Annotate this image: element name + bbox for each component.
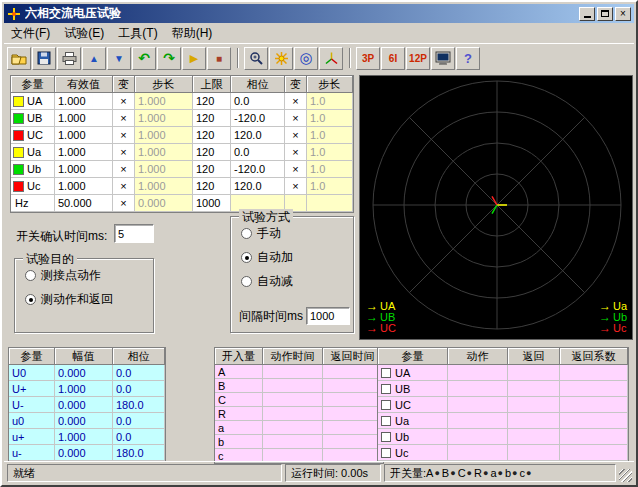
target-icon: ◎ bbox=[299, 49, 312, 67]
sun-icon bbox=[274, 51, 289, 66]
interval-label: 间隔时间ms bbox=[239, 308, 303, 325]
maximize-button[interactable] bbox=[597, 7, 613, 21]
step-cell: 1.0 bbox=[307, 93, 353, 110]
main-table: 参量 有效值 变 步长 上限 相位 变 步长 UA 1.000 × 1.000 … bbox=[10, 75, 354, 213]
open-button[interactable] bbox=[7, 47, 31, 70]
limit-cell[interactable]: 120 bbox=[193, 110, 231, 127]
start-button[interactable]: ▶ bbox=[182, 47, 206, 70]
phase-cell[interactable]: 0.0 bbox=[231, 144, 285, 161]
din-row-A: A bbox=[215, 365, 383, 379]
value-cell[interactable]: 1.000 bbox=[55, 127, 113, 144]
checkbox[interactable] bbox=[381, 432, 391, 442]
checkbox[interactable] bbox=[381, 448, 391, 458]
var-toggle[interactable]: × bbox=[113, 110, 135, 127]
step-up-button[interactable]: ▲ bbox=[82, 47, 106, 70]
display-button[interactable] bbox=[431, 47, 455, 70]
value-cell[interactable]: 1.000 bbox=[55, 178, 113, 195]
resize-grip[interactable] bbox=[619, 469, 632, 482]
var-toggle[interactable]: × bbox=[285, 161, 307, 178]
zoom-button[interactable] bbox=[244, 47, 268, 70]
save-button[interactable] bbox=[32, 47, 56, 70]
phase-cell[interactable]: 120.0 bbox=[231, 127, 285, 144]
menu-file[interactable]: 文件(F) bbox=[4, 24, 57, 43]
vector-arrow-icon: → bbox=[366, 323, 378, 334]
value-cell[interactable]: 1.000 bbox=[55, 93, 113, 110]
col-step1: 步长 bbox=[135, 76, 193, 93]
col-var2: 变 bbox=[285, 76, 307, 93]
act-row-UB: UB bbox=[378, 381, 628, 397]
var-toggle[interactable]: × bbox=[285, 110, 307, 127]
value-cell[interactable]: 1.000 bbox=[55, 110, 113, 127]
checkbox[interactable] bbox=[381, 416, 391, 426]
phase-cell[interactable]: 120.0 bbox=[231, 178, 285, 195]
radio-auto-increase[interactable]: 自动加 bbox=[241, 250, 353, 265]
ratio-cell bbox=[560, 413, 628, 429]
seq-row-U0: U00.0000.0 bbox=[9, 365, 165, 381]
value-cell[interactable]: 50.000 bbox=[55, 195, 113, 212]
switches-label: 开关量: bbox=[390, 466, 426, 481]
var-toggle[interactable]: × bbox=[113, 127, 135, 144]
radio-label: 自动减 bbox=[257, 273, 293, 290]
return-cell bbox=[508, 397, 560, 413]
print-button[interactable] bbox=[57, 47, 81, 70]
var-toggle[interactable]: × bbox=[113, 93, 135, 110]
toolbar: ▲ ▼ ↶ ↷ ▶ ■ ◎ 3P 6I 12P ? bbox=[4, 43, 634, 72]
limit-cell[interactable]: 120 bbox=[193, 127, 231, 144]
menu-test[interactable]: 试验(E) bbox=[57, 24, 111, 43]
main-table-header: 参量 有效值 变 步长 上限 相位 变 步长 bbox=[11, 76, 353, 93]
switch-indicator: ● bbox=[450, 468, 455, 478]
redo-button[interactable]: ↷ bbox=[157, 47, 181, 70]
var-toggle[interactable]: × bbox=[113, 178, 135, 195]
confirm-time-input[interactable] bbox=[114, 224, 154, 243]
checkbox[interactable] bbox=[381, 384, 391, 394]
col-phase: 相位 bbox=[231, 76, 285, 93]
radio-action-and-return[interactable]: 测动作和返回 bbox=[25, 292, 153, 307]
stop-button[interactable]: ■ bbox=[207, 47, 231, 70]
help-button[interactable]: ? bbox=[456, 47, 480, 70]
phase-cell[interactable]: -120.0 bbox=[231, 110, 285, 127]
mode-3p-button[interactable]: 3P bbox=[356, 47, 380, 70]
radio-icon bbox=[241, 276, 252, 287]
radio-manual[interactable]: 手动 bbox=[241, 226, 353, 241]
phasor-icon bbox=[324, 51, 339, 66]
phase-cell[interactable]: 0.0 bbox=[231, 93, 285, 110]
limit-cell[interactable]: 120 bbox=[193, 144, 231, 161]
flash-button[interactable] bbox=[269, 47, 293, 70]
step-cell: 1.0 bbox=[307, 127, 353, 144]
mode-12p-button[interactable]: 12P bbox=[406, 47, 430, 70]
menu-bar: 文件(F) 试验(E) 工具(T) 帮助(H) bbox=[4, 24, 634, 42]
undo-button[interactable]: ↶ bbox=[132, 47, 156, 70]
var-toggle[interactable]: × bbox=[285, 144, 307, 161]
limit-cell[interactable]: 120 bbox=[193, 178, 231, 195]
checkbox[interactable] bbox=[381, 368, 391, 378]
limit-cell[interactable]: 120 bbox=[193, 161, 231, 178]
value-cell[interactable]: 1.000 bbox=[55, 161, 113, 178]
phasor-button[interactable] bbox=[319, 47, 343, 70]
var-toggle[interactable]: × bbox=[285, 178, 307, 195]
var-toggle[interactable]: × bbox=[285, 127, 307, 144]
interval-input[interactable] bbox=[306, 307, 350, 325]
title-bar[interactable]: 六相交流电压试验 × bbox=[4, 4, 634, 23]
var-toggle[interactable]: × bbox=[285, 93, 307, 110]
scope-button[interactable]: ◎ bbox=[294, 47, 318, 70]
mode-6i-button[interactable]: 6I bbox=[381, 47, 405, 70]
radio-auto-decrease[interactable]: 自动减 bbox=[241, 274, 353, 289]
checkbox[interactable] bbox=[381, 400, 391, 410]
minimize-button[interactable] bbox=[579, 7, 595, 21]
legend-label: UC bbox=[380, 323, 396, 334]
test-mode-group: 试验方式 手动 自动加 自动减 间隔时间ms bbox=[230, 216, 354, 333]
limit-cell[interactable]: 1000 bbox=[193, 195, 231, 212]
var-toggle[interactable]: × bbox=[113, 144, 135, 161]
menu-tools[interactable]: 工具(T) bbox=[111, 24, 164, 43]
close-button[interactable]: × bbox=[615, 7, 631, 21]
phase-cell[interactable]: -120.0 bbox=[231, 161, 285, 178]
radio-contact-action[interactable]: 测接点动作 bbox=[25, 268, 153, 283]
limit-cell[interactable]: 120 bbox=[193, 93, 231, 110]
var-toggle[interactable]: × bbox=[113, 161, 135, 178]
var-toggle[interactable]: × bbox=[113, 195, 135, 212]
switch-indicator: ● bbox=[483, 468, 488, 478]
step-down-button[interactable]: ▼ bbox=[107, 47, 131, 70]
menu-help[interactable]: 帮助(H) bbox=[165, 24, 220, 43]
radio-label: 测动作和返回 bbox=[41, 291, 113, 308]
value-cell[interactable]: 1.000 bbox=[55, 144, 113, 161]
